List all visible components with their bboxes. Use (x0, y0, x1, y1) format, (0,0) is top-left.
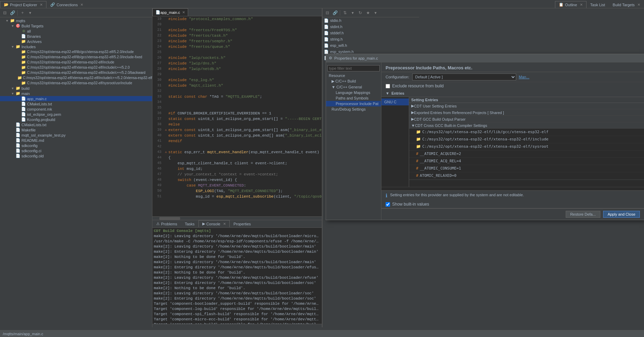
entries-list[interactable]: Setting Entries ▶ CDT User Setting Entri… (409, 97, 644, 187)
tab-console[interactable]: ▶ Console ✕ (199, 220, 230, 227)
tree-item-archives[interactable]: 📁 Archives (0, 39, 152, 44)
tab-connections-close[interactable]: ✕ (80, 3, 83, 7)
outline-sort-btn[interactable]: ⇅ (342, 9, 349, 16)
explorer-toolbar: ⊟ 🔗 + ▾ (0, 8, 152, 17)
console-content[interactable]: CDT Build Console [mqtts] make[2]: Leavi… (152, 228, 322, 324)
entry-group-user-header[interactable]: ▶ CDT User Setting Entries (409, 103, 644, 109)
tree-item-includes[interactable]: ▼ 📁 Includes (0, 44, 152, 49)
editor-tab-close[interactable]: ✕ (182, 10, 185, 14)
exclude-checkbox[interactable] (386, 84, 390, 88)
restore-defaults-button[interactable]: Restore Defa... (566, 211, 600, 218)
tree-item-iot-pem[interactable]: 📄 iot_eclipse_org.pem (0, 112, 152, 117)
tab-build-targets-close[interactable]: ✕ (637, 3, 640, 7)
tab-task-list[interactable]: Task List (586, 1, 609, 8)
entry-group-gcc-build-header[interactable]: ▶ CDT GCC Build Output Parser (409, 116, 644, 122)
config-select[interactable]: Default [ Active ] (412, 74, 516, 80)
outline-item-stddef[interactable]: 📄 stddef.h (323, 30, 419, 36)
tab-console-close[interactable]: ✕ (223, 222, 226, 226)
nav-item-paths-symbols[interactable]: Paths and Symbols (326, 95, 381, 101)
entry-group-cross-header[interactable]: ▼ CDT Cross GCC Built-in Compiler Settin… (409, 123, 644, 129)
tab-problems[interactable]: ⚠ Problems (152, 220, 181, 227)
outline-item-stdint[interactable]: 📄 stdint.h (323, 24, 419, 30)
outline-star-btn[interactable]: ★ (364, 9, 371, 16)
outline-collapse-btn[interactable]: ⊟ (324, 9, 331, 16)
nav-item-cpp-general[interactable]: ▼ C/C++ General (326, 84, 381, 90)
console-line-5: make[2]: Nothing to be done for 'build'. (154, 254, 320, 260)
tab-build-targets[interactable]: Build Targets ✕ (609, 1, 644, 8)
nav-item-preprocessor[interactable]: Preprocessor Include Pat (326, 101, 381, 106)
show-builtins-checkbox[interactable] (386, 202, 390, 207)
code-line-49: 49 case MQTT_EVENT_CONNECTED: (152, 183, 322, 188)
collapse-all-btn[interactable]: ⊟ (1, 9, 8, 16)
tree-item-build-targets[interactable]: ▼ 🎯 Build Targets (0, 23, 152, 28)
code-line-26: 26 #include "lwip/sockets.h" (152, 55, 322, 61)
outline-item-stdio[interactable]: 📄 stdio.h (323, 17, 419, 24)
console-horizontal-scrollbar[interactable] (152, 324, 322, 327)
link-editor-btn[interactable]: 🔗 (9, 9, 16, 16)
tree-item-inc7[interactable]: 📁 C:/msys32/opt/xtensa-esp32-elf/xtensa-… (0, 80, 152, 86)
nav-item-cpp-build[interactable]: ▶ C/C++ Build (326, 78, 381, 84)
nav-label-preprocessor: Preprocessor Include Pat (336, 102, 379, 106)
tree-item-sdkconfig-ci[interactable]: 📄 sdkconfig.ci (0, 148, 152, 153)
tree-item-cmake2[interactable]: 📄 CMakeLists.txt (0, 122, 152, 127)
tree-item-sdkconfig[interactable]: 📄 sdkconfig (0, 143, 152, 148)
manage-link[interactable]: Man... (519, 75, 530, 79)
entry-item-inc3: 📁 C:/msys32/opt/xtensa-esp32-elf/xtensa-… (409, 143, 644, 150)
tree-item-inc5[interactable]: 📁 C:/msys32/opt/xtensa-esp32-elf/xtensa-… (0, 70, 152, 75)
tree-item-inc4[interactable]: 📁 C:/msys32/opt/xtensa-esp32-elf/xtensa-… (0, 65, 152, 70)
apply-close-button[interactable]: Apply and Close (603, 211, 640, 218)
tree-item-mqtts[interactable]: ▼ 📁 mqtts (0, 18, 152, 23)
outline-refresh-btn[interactable]: ↻ (357, 9, 364, 16)
outline-menu-btn[interactable]: ▾ (372, 9, 379, 16)
bottom-tab-bar: ⚠ Problems Tasks ▶ Console ✕ Properties (152, 220, 322, 228)
tab-project-explorer[interactable]: 📂 Project Explorer ✕ (0, 1, 46, 8)
file-icon-app-main-c: 📄 (21, 96, 26, 101)
nav-item-resource[interactable]: Resource (326, 73, 381, 78)
outline-filter-btn[interactable]: ▾ (349, 9, 356, 16)
dialog-body: Resource ▶ C/C++ Build ▼ C/C++ General L… (326, 62, 644, 220)
tree-item-kconfig[interactable]: 📄 Kconfig.projbuild (0, 117, 152, 122)
tree-item-main[interactable]: ▼ 📁 main (0, 91, 152, 96)
tree-item-cmakelists[interactable]: 📄 CMakeLists.txt (0, 101, 152, 106)
tree-item-makefile[interactable]: 📄 Makefile (0, 127, 152, 132)
entry-group-exported-header[interactable]: ▶ Exported Entries from Referenced Proje… (409, 110, 644, 116)
tab-properties[interactable]: Properties (230, 220, 255, 227)
outline-item-esp-wifi[interactable]: 📄 esp_wifi.h (323, 42, 419, 49)
tab-outline-label: Outline (565, 3, 577, 7)
dialog-filter-input[interactable] (327, 65, 380, 71)
tree-item-inc3[interactable]: 📁 C:/msys32/opt/xtensa-esp32-elf/xtensa-… (0, 60, 152, 65)
tab-connections[interactable]: 🔗 Connections ✕ (46, 1, 87, 8)
tab-outline-close[interactable]: ✕ (580, 3, 583, 7)
tree-item-all[interactable]: ⊕ all (0, 28, 152, 34)
tab-project-explorer-close[interactable]: ✕ (40, 3, 43, 7)
tree-item-sdkconfig-old[interactable]: 📄 sdkconfig.old (0, 153, 152, 158)
editor-tab-app-main[interactable]: 📄 app_main.c ✕ (152, 8, 188, 16)
tree-item-build[interactable]: ▼ 📁 build (0, 86, 152, 91)
tree-item-inc6[interactable]: 📁 C:/msys32/opt/xtensa-esp32-elf/xtensa-… (0, 75, 152, 80)
console-line-15: Target 'component-log-build' responsible… (154, 306, 320, 312)
tree-item-app-main-c[interactable]: 📄 app_main.c (0, 96, 152, 101)
tree-item-inc1[interactable]: 📁 C:/msys32/opt/xtensa-esp32-elf/lib/gcc… (0, 49, 152, 54)
tab-tasks[interactable]: Tasks (181, 220, 198, 227)
tree-item-readme[interactable]: 📄 README.md (0, 138, 152, 143)
tree-item-component-mk[interactable]: 📄 component.mk (0, 106, 152, 112)
folder-icon-inc4: 📁 (21, 65, 26, 70)
tab-outline[interactable]: 📋 Outline ✕ (555, 1, 586, 8)
nav-item-lang-mappings[interactable]: Language Mappings (326, 90, 381, 95)
entries-h-scrollbar[interactable] (381, 187, 644, 190)
tree-item-test-py[interactable]: 📄 mqtt_ssl_example_test.py (0, 132, 152, 138)
outline-link-btn[interactable]: 🔗 (332, 9, 338, 16)
tree-item-binaries[interactable]: 📄 Binaries (0, 34, 152, 39)
explorer-menu-btn[interactable]: ▾ (27, 9, 34, 16)
console-line-16: Target 'component-spi_flash-build' respo… (154, 312, 320, 317)
outline-item-string[interactable]: 📄 string.h (323, 36, 419, 42)
hash-icon-entry3: # (416, 166, 418, 171)
tree-item-inc2[interactable]: 📁 C:/msys32/opt/xtensa-esp32-elf/lib/gcc… (0, 54, 152, 60)
horizontal-scrollbar[interactable] (152, 216, 322, 220)
properties-dialog: ⚙ Properties for app_main.c Resource ▶ C… (326, 54, 644, 220)
nav-item-run-debug[interactable]: Run/Debug Settings (326, 106, 381, 112)
new-btn[interactable]: + (19, 9, 26, 16)
file-icon-sdkconfig: 📄 (15, 143, 21, 148)
lang-item-gnu-c[interactable]: GNU C (381, 98, 409, 105)
code-view[interactable]: 19 #include "protocol_examples_common.h"… (152, 16, 322, 216)
